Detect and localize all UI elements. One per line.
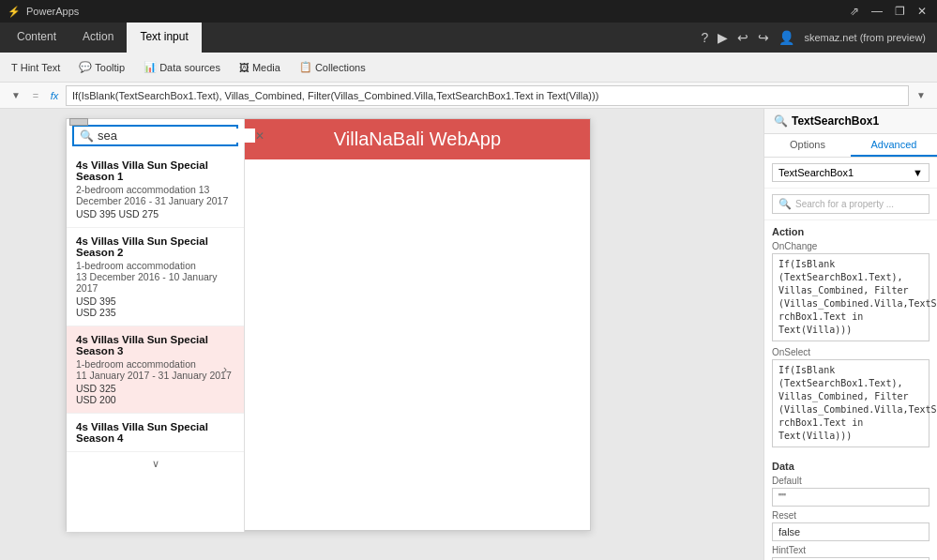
item-1-title: 4s Villas Villa Sun Special Season 1 [76,159,234,182]
app-header: VillaNaBali WebApp [245,119,590,159]
data-sources-icon: 📊 [144,61,157,73]
tab-text-input[interactable]: Text input [127,23,201,53]
main-area: 🔍 ✕ 4s Villas Villa Sun Special Season 1… [0,109,937,560]
panel-tabs: Options Advanced [764,134,937,158]
item-2-price2: USD 235 [76,307,234,318]
data-sources-button[interactable]: 📊 Data sources [140,59,224,75]
formula-bar-expand[interactable]: ▼ [913,88,929,102]
panel-component-name: 🔍 TextSearchBox1 [764,109,937,134]
title-bar-controls: ⇗ — ❐ ✕ [847,5,929,18]
hint-text-label: HintText [772,545,929,555]
app-frame: 🔍 ✕ 4s Villas Villa Sun Special Season 1… [66,118,591,531]
formula-bar[interactable]: If(IsBlank(TextSearchBox1.Text), Villas_… [66,85,909,106]
formula-fx-icon: fx [47,90,62,101]
menu-bar: Content Action Text input ? ▶ ↩ ↪ 👤 skem… [0,23,937,53]
media-button[interactable]: 🖼 Media [235,60,284,75]
media-icon: 🖼 [239,62,249,73]
action-label: Action [772,226,929,237]
default-value[interactable]: "" [772,488,929,507]
search-icon: 🔍 [80,129,94,143]
tab-options[interactable]: Options [764,134,851,157]
default-label: Default [772,476,929,486]
list-item[interactable]: 4s Villas Villa Sun Special Season 2 1-b… [67,228,244,326]
search-container: 🔍 ✕ 4s Villas Villa Sun Special Season 1… [67,119,245,532]
action-section: Action OnChange If(IsBlank (TextSearchBo… [764,220,937,455]
tab-content[interactable]: Content [4,23,69,53]
dropdown-chevron-icon: ▼ [913,167,923,178]
play-icon[interactable]: ▶ [718,30,728,45]
canvas-controls [69,118,88,126]
hint-text-icon: T [11,62,18,73]
property-search-placeholder: Search for a property ... [795,199,894,209]
search-input[interactable] [98,129,255,143]
search-input-wrapper[interactable]: 🔍 ✕ [72,125,238,146]
maximize-button[interactable]: ❐ [892,5,907,18]
app-logo-icon: ⚡ [8,6,21,18]
user-label: skemaz.net (from preview) [804,32,926,43]
app-title-text: VillaNaBali WebApp [334,129,501,149]
toolbar: T Hint Text 💬 Tooltip 📊 Data sources 🖼 M… [0,53,937,83]
chevron-right-icon: › [223,363,227,376]
list-item[interactable]: 4s Villas Villa Sun Special Season 4 [67,414,244,452]
menu-bar-right: ? ▶ ↩ ↪ 👤 skemaz.net (from preview) [702,23,933,53]
component-icon: 🔍 [774,114,788,128]
title-bar: ⚡ PowerApps ⇗ — ❐ ✕ [0,0,937,23]
restore-button[interactable]: — [869,5,884,18]
panel-dropdown-row: TextSearchBox1 ▼ [764,158,937,189]
item-3-subtitle: 1-bedroom accommodation11 January 2017 -… [76,358,234,381]
help-icon[interactable]: ? [702,30,709,45]
tooltip-icon: 💬 [79,61,92,73]
redo-icon[interactable]: ↪ [758,30,769,45]
right-panel: 🔍 TextSearchBox1 Options Advanced TextSe… [763,109,937,560]
formula-text: If(IsBlank(TextSearchBox1.Text), Villas_… [72,90,598,101]
reset-label: Reset [772,510,929,521]
item-1-subtitle: 2-bedroom accommodation 13 December 2016… [76,184,234,206]
component-name-text: TextSearchBox1 [792,114,879,128]
panel-scrollable: TextSearchBox1 ▼ 🔍 Search for a property… [764,158,937,560]
reset-value[interactable]: false [772,522,929,541]
formula-equals: = [28,90,43,101]
collections-button[interactable]: 📋 Collections [295,59,370,75]
list-items: 4s Villas Villa Sun Special Season 1 2-b… [67,152,244,452]
item-2-subtitle: 1-bedroom accommodation13 December 2016 … [76,260,234,294]
title-bar-left: ⚡ PowerApps [8,6,79,18]
data-label: Data [772,461,929,472]
search-small-icon: 🔍 [778,198,792,210]
data-section: Data Default "" Reset false HintText "Se… [764,455,937,560]
item-2-price: USD 395 [76,295,234,307]
collections-icon: 📋 [299,61,312,73]
item-1-price: USD 395 USD 275 [76,208,234,219]
component-selector-value: TextSearchBox1 [778,167,854,178]
on-select-code[interactable]: If(IsBlank (TextSearchBox1.Text), Villas… [772,359,929,447]
component-dropdown-arrow[interactable]: ▼ [8,88,24,102]
tab-action[interactable]: Action [69,23,127,53]
scroll-down-indicator[interactable]: ∨ [67,452,244,476]
resize-handle-top[interactable] [69,118,88,126]
on-change-label: OnChange [772,241,929,251]
list-item[interactable]: 4s Villas Villa Sun Special Season 3 1-b… [67,326,244,414]
app-title: PowerApps [26,6,79,17]
tooltip-button[interactable]: 💬 Tooltip [75,59,128,75]
item-3-price: USD 325 [76,383,234,394]
tab-advanced[interactable]: Advanced [851,134,937,157]
list-item[interactable]: 4s Villas Villa Sun Special Season 1 2-b… [67,152,244,228]
on-change-code[interactable]: If(IsBlank (TextSearchBox1.Text), Villas… [772,253,929,341]
hint-text-button[interactable]: T Hint Text [8,60,64,75]
item-3-inner: 4s Villas Villa Sun Special Season 3 1-b… [76,334,234,405]
canvas-area: 🔍 ✕ 4s Villas Villa Sun Special Season 1… [0,109,763,560]
header-controls: ▼ = fx If(IsBlank(TextSearchBox1.Text), … [0,83,937,109]
panel-search-row: 🔍 Search for a property ... [764,189,937,220]
close-button[interactable]: ✕ [914,5,929,18]
on-select-label: OnSelect [772,347,929,357]
item-3-price2: USD 200 [76,394,234,405]
item-4-title: 4s Villas Villa Sun Special Season 4 [76,421,234,444]
search-clear-icon[interactable]: ✕ [255,129,264,143]
item-2-title: 4s Villas Villa Sun Special Season 2 [76,235,234,258]
item-3-title: 4s Villas Villa Sun Special Season 3 [76,334,234,356]
user-icon[interactable]: 👤 [778,30,794,45]
component-selector-dropdown[interactable]: TextSearchBox1 ▼ [772,163,929,182]
minimize-button[interactable]: ⇗ [847,5,862,18]
property-search[interactable]: 🔍 Search for a property ... [772,194,929,214]
undo-icon[interactable]: ↩ [737,30,748,45]
